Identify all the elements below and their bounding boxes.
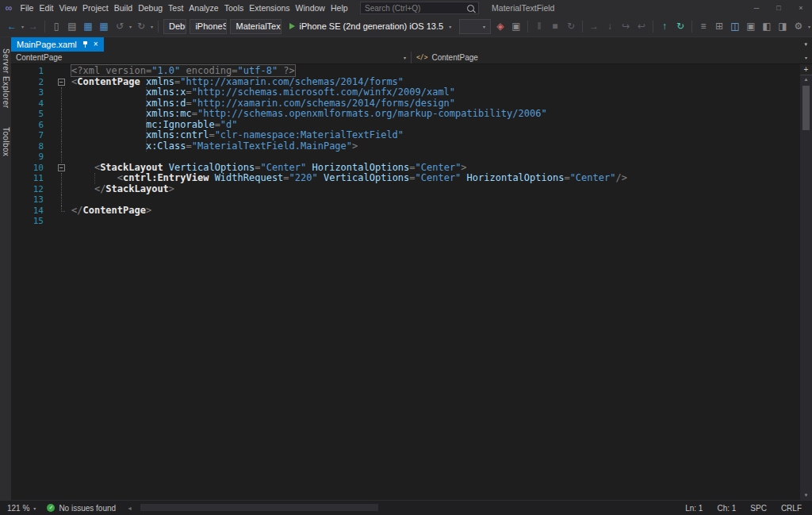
maximize-button[interactable]: □ bbox=[768, 0, 790, 16]
new-item-icon[interactable]: ⊞ bbox=[711, 18, 727, 34]
navigate-forward-icon[interactable]: → bbox=[25, 18, 41, 34]
code-token: WidthRequest bbox=[215, 172, 284, 183]
scrollbar-track[interactable] bbox=[800, 84, 812, 491]
status-line-ending[interactable]: CRLF bbox=[774, 504, 809, 513]
code-line[interactable]: 4 xmlns:d="http://xamarin.com/schemas/20… bbox=[11, 98, 800, 110]
document-health-indicator[interactable]: ✓ No issues found bbox=[40, 504, 122, 513]
menu-item-edit[interactable]: Edit bbox=[36, 2, 56, 14]
step-over-icon[interactable]: ↪ bbox=[618, 18, 634, 34]
show-next-statement-icon[interactable]: → bbox=[586, 18, 602, 34]
split-window-icon[interactable]: ◧ bbox=[759, 18, 775, 34]
element-dropdown-left[interactable]: ContentPage ▾ bbox=[11, 52, 412, 63]
menu-item-extensions[interactable]: Extensions bbox=[247, 2, 293, 14]
save-all-icon[interactable]: ▦ bbox=[96, 18, 112, 34]
menu-item-help[interactable]: Help bbox=[327, 2, 350, 14]
scroll-left-icon[interactable]: ◄ bbox=[122, 505, 137, 511]
menu-item-file[interactable]: File bbox=[17, 2, 36, 14]
compare-files-icon[interactable]: ◨ bbox=[775, 18, 791, 34]
stop-icon[interactable]: ■ bbox=[547, 18, 563, 34]
hot-reload-icon[interactable]: ◈ bbox=[492, 18, 508, 34]
menu-item-build[interactable]: Build bbox=[111, 2, 135, 14]
settings-icon[interactable]: ⚙ bbox=[791, 18, 806, 34]
pin-icon[interactable] bbox=[82, 40, 89, 48]
menu-item-project[interactable]: Project bbox=[80, 2, 112, 14]
main-area: Server ExplorerToolbox MainPage.xaml × ▾… bbox=[0, 37, 812, 500]
menu-item-analyze[interactable]: Analyze bbox=[186, 2, 221, 14]
code-line[interactable]: 3 xmlns:x="http://schemas.microsoft.com/… bbox=[11, 87, 800, 98]
code-line[interactable]: 12 </StackLayout> bbox=[11, 184, 800, 195]
solution-platform-dropdown[interactable]: iPhoneSimulator ▾ bbox=[190, 19, 227, 34]
menu-item-test[interactable]: Test bbox=[166, 2, 186, 14]
pause-icon[interactable]: ‖ bbox=[531, 18, 547, 34]
code-token bbox=[71, 140, 146, 152]
attach-process-icon[interactable]: ↑ bbox=[657, 18, 672, 34]
code-token: xmlns:d bbox=[146, 98, 186, 109]
code-line[interactable]: 2−<ContentPage xmlns="http://xamarin.com… bbox=[11, 77, 800, 88]
open-file-icon[interactable]: ▤ bbox=[64, 18, 80, 34]
redo-icon[interactable]: ↻ bbox=[133, 18, 149, 34]
start-debugging-button[interactable]: iPhone SE (2nd generation) iOS 13.5 ▾ bbox=[285, 21, 457, 31]
navigate-back-icon[interactable]: ← bbox=[4, 18, 20, 34]
dropdown-caret-icon[interactable]: ▾ bbox=[20, 24, 25, 29]
fold-collapse-icon[interactable]: − bbox=[58, 164, 65, 171]
horizontal-scrollbar-thumb[interactable] bbox=[140, 504, 378, 511]
menu-item-tools[interactable]: Tools bbox=[221, 2, 247, 14]
refresh-icon[interactable]: ↻ bbox=[672, 18, 688, 34]
menu-item-debug[interactable]: Debug bbox=[136, 2, 166, 14]
code-line[interactable]: 9 bbox=[11, 152, 800, 163]
status-line[interactable]: Ln: 1 bbox=[678, 504, 710, 513]
horizontal-scrollbar[interactable] bbox=[137, 501, 678, 515]
menu-item-view[interactable]: View bbox=[56, 2, 80, 14]
code-line[interactable]: 8 x:Class="MaterialTextField.MainPage"> bbox=[11, 141, 800, 152]
run-target-label: iPhone SE (2nd generation) iOS 13.5 bbox=[300, 21, 444, 31]
open-documents-icon[interactable]: ◫ bbox=[727, 18, 743, 34]
status-column[interactable]: Ch: 1 bbox=[710, 504, 743, 513]
dropdown-caret-icon[interactable]: ▾ bbox=[128, 24, 133, 29]
vertical-scrollbar[interactable]: + ▲ ▼ bbox=[800, 64, 812, 500]
split-view-button[interactable]: + bbox=[800, 64, 812, 75]
save-icon[interactable]: ▦ bbox=[80, 18, 96, 34]
editor[interactable]: 1<?xml version="1.0" encoding="utf-8" ?>… bbox=[11, 64, 800, 500]
scroll-down-icon[interactable]: ▼ bbox=[800, 491, 812, 500]
code-token: HorizontalOptions bbox=[312, 162, 410, 173]
solution-configuration-dropdown[interactable]: Debug ▾ bbox=[163, 19, 186, 34]
search-input[interactable]: Search (Ctrl+Q) bbox=[360, 2, 479, 14]
step-into-icon[interactable]: ↓ bbox=[602, 18, 618, 34]
status-insert-mode[interactable]: SPC bbox=[743, 504, 774, 513]
close-button[interactable]: × bbox=[790, 0, 812, 16]
document-list-dropdown-icon[interactable]: ▾ bbox=[804, 41, 812, 48]
menu-item-window[interactable]: Window bbox=[293, 2, 327, 14]
dropdown-caret-icon[interactable]: ▾ bbox=[806, 24, 812, 29]
code-line[interactable]: 15 bbox=[11, 216, 800, 227]
code-line[interactable]: 13 bbox=[11, 194, 800, 206]
code-line[interactable]: 10− <StackLayout VerticalOptions="Center… bbox=[11, 163, 800, 174]
fold-margin bbox=[51, 109, 71, 120]
code-line[interactable]: 14</ContentPage> bbox=[11, 206, 800, 217]
tab-mainpage-xaml[interactable]: MainPage.xaml × bbox=[11, 37, 104, 52]
code-token: "1.0" bbox=[151, 65, 180, 76]
code-line[interactable]: 5 xmlns:mc="http://schemas.openxmlformat… bbox=[11, 109, 800, 120]
element-dropdown-right[interactable]: </> ContentPage ▾ bbox=[412, 52, 812, 63]
startup-project-dropdown[interactable]: MaterialTextField.iOS ▾ bbox=[230, 19, 281, 34]
zoom-control[interactable]: 121 % ▾ bbox=[0, 504, 40, 513]
find-in-files-icon[interactable]: ≡ bbox=[695, 18, 711, 34]
diagnostics-icon[interactable]: ▣ bbox=[508, 18, 524, 34]
code-line[interactable]: 1<?xml version="1.0" encoding="utf-8" ?> bbox=[11, 66, 800, 77]
empty-toolbar-dropdown[interactable]: ▾ bbox=[459, 19, 491, 34]
scrollbar-thumb[interactable] bbox=[802, 86, 810, 130]
code-line[interactable]: 11 <cntrl:EntryView WidthRequest="220" V… bbox=[11, 173, 800, 184]
close-tab-icon[interactable]: × bbox=[94, 40, 98, 48]
step-out-icon[interactable]: ↩ bbox=[634, 18, 649, 34]
restart-icon[interactable]: ↻ bbox=[563, 18, 579, 34]
code-line[interactable]: 6 mc:Ignorable="d" bbox=[11, 120, 800, 131]
fold-collapse-icon[interactable]: − bbox=[58, 79, 65, 86]
save-layout-icon[interactable]: ▣ bbox=[743, 18, 759, 34]
scroll-up-icon[interactable]: ▲ bbox=[800, 75, 812, 84]
new-file-icon[interactable]: ▯ bbox=[48, 18, 64, 34]
dropdown-caret-icon[interactable]: ▾ bbox=[149, 24, 155, 29]
side-tab-server-explorer[interactable]: Server Explorer bbox=[2, 48, 10, 108]
code-line[interactable]: 7 xmlns:cntrl="clr-namespace:MaterialTex… bbox=[11, 130, 800, 141]
undo-icon[interactable]: ↺ bbox=[112, 18, 128, 34]
minimize-button[interactable]: ─ bbox=[745, 0, 768, 16]
side-tab-toolbox[interactable]: Toolbox bbox=[2, 127, 10, 156]
